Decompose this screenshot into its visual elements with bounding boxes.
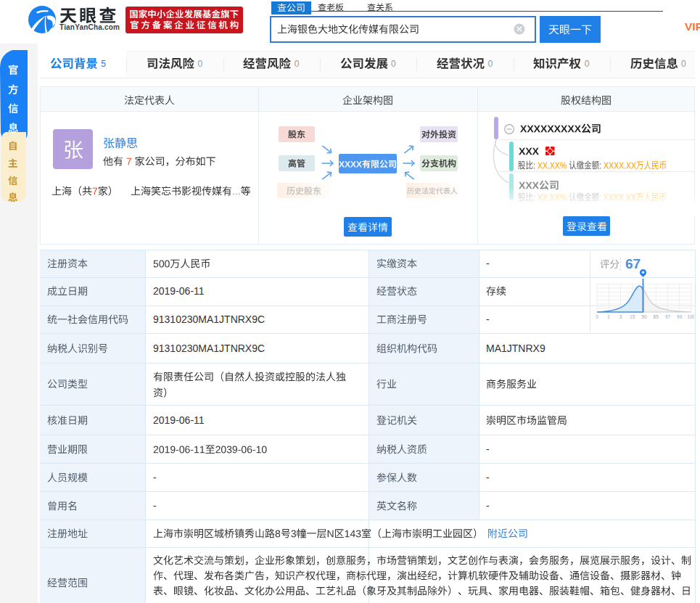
- svg-text:50: 50: [641, 314, 647, 319]
- svg-text:1: 1: [607, 314, 610, 319]
- svg-text:15: 15: [630, 314, 635, 319]
- svg-text:3: 3: [619, 314, 622, 319]
- svg-text:99: 99: [677, 314, 683, 319]
- svg-text:97: 97: [665, 314, 671, 319]
- svg-text:85: 85: [654, 314, 659, 319]
- svg-text:0: 0: [596, 314, 598, 319]
- svg-text:100: 100: [688, 314, 694, 319]
